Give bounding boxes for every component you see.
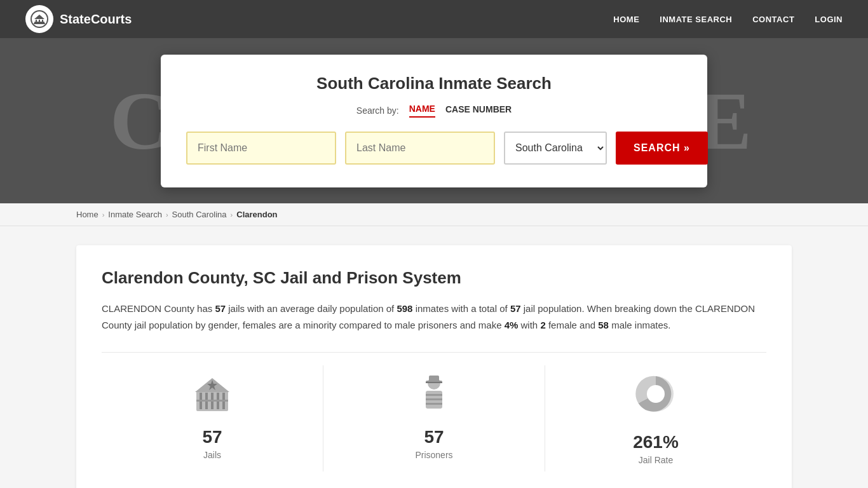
breadcrumb-home[interactable]: Home [76,210,98,219]
stat-prisoners: 57 Prisoners [323,365,545,471]
main-content: Clarendon County, SC Jail and Prison Sys… [0,226,868,488]
breadcrumb-sep-3: › [231,211,233,219]
content-description: CLARENDON County has 57 jails with an av… [102,301,766,333]
breadcrumb-state[interactable]: South Carolina [172,210,227,219]
logo-text: StateCourts [60,12,132,27]
jails-count: 57 [202,427,222,447]
svg-rect-2 [36,20,37,22]
pie-chart-icon [634,372,678,427]
content-card: Clarendon County, SC Jail and Prison Sys… [76,245,792,488]
search-button[interactable]: SEARCH » [616,132,708,165]
svg-rect-21 [426,398,442,400]
logo-icon [25,5,53,33]
svg-rect-4 [42,20,43,22]
svg-rect-3 [39,20,40,22]
prisoners-label: Prisoners [415,450,452,460]
tab-name[interactable]: NAME [409,104,435,118]
search-fields: AlabamaAlaskaArizonaArkansasCaliforniaCo… [186,132,682,165]
main-nav: HOME INMATE SEARCH CONTACT LOGIN [613,15,843,24]
nav-contact[interactable]: CONTACT [752,15,794,24]
tab-case-number[interactable]: CASE NUMBER [445,104,512,117]
breadcrumb: Home › Inmate Search › South Carolina › … [0,203,868,226]
prisoner-icon [412,372,456,422]
search-by-label: Search by: [356,105,399,116]
hero-section: COURTHOUSE South Carolina Inmate Search … [0,38,868,203]
svg-point-24 [647,385,665,403]
nav-inmate-search[interactable]: INMATE SEARCH [660,15,732,24]
header: StateCourts HOME INMATE SEARCH CONTACT L… [0,0,868,38]
breadcrumb-sep-1: › [102,211,105,219]
stat-jails: 57 Jails [102,365,323,471]
search-card: South Carolina Inmate Search Search by: … [161,55,707,187]
content-title: Clarendon County, SC Jail and Prison Sys… [102,268,766,288]
jails-label: Jails [203,450,221,460]
stat-jail-rate: 261% Jail Rate [545,365,766,471]
svg-rect-18 [426,382,442,383]
breadcrumb-current: Clarendon [236,210,277,219]
jail-rate-number: 261% [633,432,679,452]
nav-login[interactable]: LOGIN [815,15,843,24]
first-name-input[interactable] [186,132,336,165]
svg-rect-17 [429,376,439,382]
prisoners-count: 57 [424,427,444,447]
jail-icon [190,372,234,422]
svg-rect-20 [426,394,442,396]
breadcrumb-inmate-search[interactable]: Inmate Search [108,210,162,219]
last-name-input[interactable] [345,132,495,165]
svg-rect-22 [426,403,442,405]
search-card-title: South Carolina Inmate Search [186,74,682,93]
jail-rate-label: Jail Rate [639,455,673,465]
logo[interactable]: StateCourts [25,5,132,33]
nav-home[interactable]: HOME [613,15,639,24]
breadcrumb-sep-2: › [166,211,168,219]
state-select[interactable]: AlabamaAlaskaArizonaArkansasCaliforniaCo… [504,132,607,165]
search-by-row: Search by: NAME CASE NUMBER [186,104,682,118]
svg-rect-5 [34,23,45,24]
stats-row: 57 Jails [102,352,766,471]
svg-rect-12 [196,400,228,402]
